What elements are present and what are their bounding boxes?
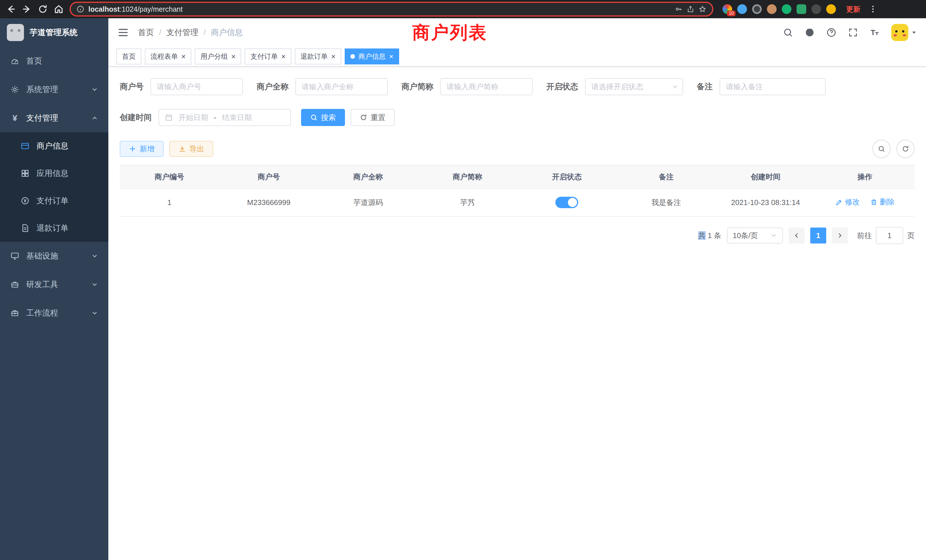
- goto-label: 前往: [857, 231, 872, 241]
- extension-green-square-icon[interactable]: [797, 4, 806, 14]
- breadcrumb-section[interactable]: 支付管理: [166, 27, 198, 38]
- tags-view: 首页 流程表单× 用户分组× 支付订单× 退款订单× 商户信息×: [108, 47, 926, 67]
- status-select-input[interactable]: [585, 78, 683, 95]
- tab-label: 商户信息: [359, 52, 386, 61]
- extension-avatar-icon[interactable]: [767, 4, 776, 14]
- sidebar-item-infra[interactable]: 基础设施: [0, 242, 108, 270]
- main-area: 首页 / 支付管理 / 商户信息: [108, 18, 926, 560]
- search-button-label: 搜索: [321, 113, 336, 123]
- export-button[interactable]: 导出: [169, 141, 213, 157]
- next-page-button[interactable]: [832, 227, 848, 244]
- user-menu[interactable]: [891, 24, 917, 41]
- search-icon[interactable]: [783, 27, 793, 38]
- browser-update-button[interactable]: 更新: [846, 5, 861, 14]
- extension-green-circle-icon[interactable]: [782, 4, 791, 14]
- extension-smiley-icon[interactable]: [826, 4, 836, 14]
- active-dot: [350, 54, 355, 59]
- prev-page-button[interactable]: [788, 227, 805, 244]
- extension-knot-icon[interactable]: [811, 4, 821, 14]
- goto-page-input[interactable]: [876, 227, 903, 244]
- edit-link[interactable]: 修改: [835, 197, 860, 207]
- filter-short-name: 商户简称: [401, 78, 533, 95]
- tab-label: 首页: [122, 52, 136, 61]
- bookmark-star-icon[interactable]: [699, 5, 707, 13]
- refresh-icon[interactable]: [38, 4, 48, 14]
- close-icon[interactable]: ×: [181, 53, 186, 60]
- sidebar: 芋道管理系统 首页 系统管理 ¥ 支付管理 商户信息: [0, 18, 108, 560]
- add-button[interactable]: 新增: [120, 141, 163, 157]
- card-icon: [21, 141, 30, 151]
- password-key-icon[interactable]: [675, 5, 682, 13]
- sidebar-item-workflow[interactable]: 工作流程: [0, 299, 108, 327]
- sidebar-item-payment[interactable]: ¥ 支付管理: [0, 104, 108, 132]
- fullscreen-icon[interactable]: [848, 27, 858, 38]
- tab-refund-order[interactable]: 退款订单×: [295, 48, 341, 64]
- export-button-label: 导出: [189, 144, 204, 154]
- merchant-no-input[interactable]: [151, 78, 243, 95]
- extension-drop-icon[interactable]: [737, 4, 747, 14]
- font-size-icon[interactable]: [870, 27, 880, 38]
- search-button[interactable]: 搜索: [301, 109, 345, 126]
- reset-button-label: 重置: [371, 113, 386, 123]
- tab-user-group[interactable]: 用户分组×: [195, 48, 241, 64]
- github-icon[interactable]: [805, 27, 815, 38]
- extension-pinwheel-icon[interactable]: [722, 4, 732, 14]
- pagination: 共 1 条 10条/页 1 前往 页: [120, 227, 915, 244]
- cell-merchant-no: M233666999: [219, 188, 319, 216]
- hide-search-button[interactable]: [872, 140, 891, 158]
- site-info-icon[interactable]: [76, 5, 85, 13]
- help-icon[interactable]: [826, 27, 837, 38]
- sidebar-item-pay-order[interactable]: 支付订单: [0, 187, 108, 215]
- sidebar-logo[interactable]: 芋道管理系统: [0, 18, 108, 47]
- tab-home[interactable]: 首页: [117, 48, 141, 64]
- sidebar-item-dev-tools[interactable]: 研发工具: [0, 270, 108, 299]
- refresh-icon: [360, 114, 367, 121]
- sidebar-item-home[interactable]: 首页: [0, 47, 108, 75]
- cell-create-time: 2021-10-23 08:31:14: [716, 188, 816, 216]
- browser-menu-icon[interactable]: [869, 5, 878, 14]
- app-shell: 芋道管理系统 首页 系统管理 ¥ 支付管理 商户信息: [0, 18, 926, 560]
- full-name-input[interactable]: [295, 78, 388, 95]
- download-icon: [179, 145, 186, 153]
- short-name-input[interactable]: [440, 78, 533, 95]
- field-label: 创建时间: [120, 112, 152, 123]
- close-icon[interactable]: ×: [281, 53, 285, 60]
- tab-label: 用户分组: [200, 52, 228, 61]
- remark-input[interactable]: [720, 78, 826, 95]
- sidebar-toggle-icon[interactable]: [118, 27, 129, 38]
- share-icon[interactable]: [687, 5, 694, 13]
- tab-label: 流程表单: [151, 52, 178, 61]
- back-icon[interactable]: [6, 4, 16, 14]
- range-separator: -: [214, 113, 216, 122]
- delete-link[interactable]: 删除: [870, 197, 895, 207]
- extension-ring-icon[interactable]: [752, 4, 762, 14]
- delete-link-label: 删除: [880, 197, 895, 207]
- home-icon[interactable]: [54, 4, 64, 14]
- refresh-table-button[interactable]: [896, 140, 915, 158]
- close-icon[interactable]: ×: [331, 53, 336, 60]
- status-toggle[interactable]: [555, 197, 578, 208]
- tab-process-form[interactable]: 流程表单×: [145, 48, 191, 64]
- status-select[interactable]: [585, 78, 683, 95]
- breadcrumb-home[interactable]: 首页: [138, 27, 154, 38]
- sidebar-item-label: 支付订单: [36, 195, 68, 206]
- sidebar-item-system[interactable]: 系统管理: [0, 75, 108, 104]
- edit-icon: [835, 198, 843, 206]
- forward-icon[interactable]: [22, 4, 32, 14]
- tab-merchant-info[interactable]: 商户信息×: [345, 48, 399, 64]
- close-icon[interactable]: ×: [231, 53, 236, 60]
- start-date-placeholder: 开始日期: [179, 113, 208, 123]
- annotation-merchant-list: 商户列表: [412, 21, 487, 44]
- page-number-button[interactable]: 1: [810, 227, 826, 244]
- sidebar-item-app-info[interactable]: 应用信息: [0, 160, 108, 187]
- page-size-select[interactable]: 10条/页: [727, 227, 783, 244]
- close-icon[interactable]: ×: [389, 53, 393, 60]
- reset-button[interactable]: 重置: [351, 109, 395, 126]
- sidebar-item-refund-order[interactable]: 退款订单: [0, 215, 108, 242]
- date-range-picker[interactable]: 开始日期 - 结束日期: [159, 109, 291, 126]
- chevron-up-icon: [91, 115, 98, 121]
- address-bar[interactable]: localhost:1024/pay/merchant: [70, 2, 713, 17]
- user-avatar: [891, 24, 908, 41]
- tab-pay-order[interactable]: 支付订单×: [245, 48, 291, 64]
- sidebar-item-merchant-info[interactable]: 商户信息: [0, 132, 108, 160]
